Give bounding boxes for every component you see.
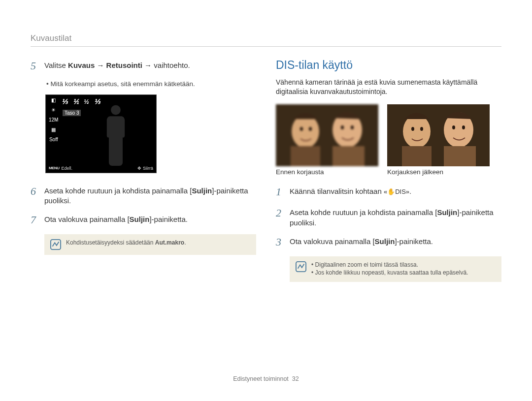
content-columns: 5 Valitse Kuvaus → Retusointi → vaihtoeh… (31, 59, 501, 282)
text: vaihtoehto. (154, 61, 190, 69)
fraction-icon: ⅓ (62, 98, 68, 105)
svg-point-2 (292, 115, 319, 148)
kw-suljin: Suljin (192, 186, 212, 195)
label-after: Korjauksen jälkeen (387, 168, 490, 176)
page-footer: Edistyneet toiminnot 32 (0, 375, 532, 382)
left-column: 5 Valitse Kuvaus → Retusointi → vaihtoeh… (31, 59, 256, 282)
kw-suljin: Suljin (375, 237, 395, 246)
note-box-left: Kohdistusetäisyydeksi säädetään Aut.makr… (44, 234, 256, 255)
lcd-left-icons: ◧ ☀ 12M ▦ Soff (49, 97, 58, 142)
svg-point-18 (462, 125, 465, 129)
step-3: 3 Ota valokuva painamalla [Suljin]-paini… (276, 235, 501, 249)
step-2: 2 Aseta kohde ruutuun ja kohdista painam… (276, 206, 501, 228)
svg-point-15 (411, 127, 414, 131)
text: ]-painiketta. (395, 237, 433, 246)
step-body: Ota valokuva painamalla [Suljin]-painike… (290, 235, 501, 249)
section-intro: Vähennä kameran tärinää ja estä kuvia su… (276, 78, 501, 96)
arrow-icon: → (95, 61, 106, 69)
step-number: 6 (31, 184, 38, 206)
text: Ota valokuva painamalla [ (44, 215, 130, 223)
svg-point-6 (300, 127, 303, 131)
step-number: 5 (31, 59, 38, 73)
footer-page: 32 (292, 375, 299, 382)
footer-section: Edistyneet toiminnot (233, 375, 289, 382)
text: . (184, 239, 186, 246)
step-body: Käännä tilanvalitsin kohtaan «✋DIS». (290, 185, 501, 199)
svg-point-8 (341, 125, 344, 129)
text: Kohdistusetäisyydeksi säädetään (66, 239, 155, 246)
svg-point-7 (309, 127, 312, 131)
kw-suljin: Suljin (437, 208, 457, 216)
step-body: Ota valokuva painamalla [Suljin]-painike… (44, 213, 256, 227)
note-icon (50, 239, 61, 250)
label-before: Ennen korjausta (276, 168, 378, 176)
step-7: 7 Ota valokuva painamalla [Suljin]-paini… (31, 213, 256, 227)
lcd-icon: Soff (49, 137, 58, 142)
note-item: Jos kohde liikkuu nopeasti, kuvasta saat… (311, 269, 468, 276)
menu-label: MENU (49, 166, 60, 170)
lcd-level-label: Taso 3 (63, 110, 81, 116)
right-column: DIS-tilan käyttö Vähennä kameran tärinää… (276, 59, 501, 282)
photo-before (276, 104, 378, 166)
kw-retusointi: Retusointi (106, 61, 142, 69)
lcd-top-fractions: ⅓ ⅟₁ ½ ⅓ (62, 98, 100, 105)
step-6: 6 Aseta kohde ruutuun ja kohdista painam… (31, 184, 256, 206)
lcd-icon: ◧ (51, 97, 56, 103)
kw-suljin: Suljin (130, 215, 150, 223)
lcd-icon: ▦ (51, 127, 56, 132)
note-box-right: Digitaalinen zoom ei toimi tässä tilassa… (290, 256, 501, 282)
text: ]-painiketta. (149, 215, 188, 223)
svg-rect-5 (332, 146, 365, 166)
svg-rect-14 (444, 146, 476, 166)
svg-point-9 (351, 125, 354, 129)
note-text: Kohdistusetäisyydeksi säädetään Aut.makr… (66, 239, 186, 246)
text: Valitse (44, 61, 68, 69)
photo-labels: Ennen korjausta Korjauksen jälkeen (276, 168, 501, 176)
page-header: Kuvaustilat (31, 33, 501, 47)
svg-point-17 (452, 125, 455, 129)
note-item: Digitaalinen zoom ei toimi tässä tilassa… (311, 261, 468, 268)
back-label: Edell. (62, 166, 73, 171)
step-body: Aseta kohde ruutuun ja kohdista painamal… (290, 206, 501, 228)
step-5: 5 Valitse Kuvaus → Retusointi → vaihtoeh… (31, 59, 256, 73)
lcd-bottom-bar: MENU Edell. ✥ Siirrä (49, 166, 153, 171)
fraction-icon: ½ (84, 98, 89, 105)
fraction-icon: ⅓ (94, 98, 100, 105)
photo-after (387, 104, 490, 166)
move-label: Siirrä (143, 166, 153, 171)
svg-point-11 (403, 115, 431, 148)
step-number: 1 (276, 185, 284, 199)
text: Aseta kohde ruutuun ja kohdista painamal… (44, 186, 192, 195)
text: Käännä tilanvalitsin kohtaan (290, 187, 384, 195)
step-number: 2 (276, 206, 284, 228)
step-body: Aseta kohde ruutuun ja kohdista painamal… (44, 184, 256, 206)
kw-kuvaus: Kuvaus (68, 61, 95, 69)
step-1: 1 Käännä tilanvalitsin kohtaan «✋DIS». (276, 185, 501, 199)
step-number: 3 (276, 235, 284, 249)
section-heading: DIS-tilan käyttö (276, 59, 501, 72)
svg-point-16 (420, 127, 423, 131)
lcd-icon: 12M (49, 117, 58, 123)
note-bullets: Digitaalinen zoom ei toimi tässä tilassa… (311, 261, 468, 277)
move-icon: ✥ (137, 166, 141, 171)
lcd-preview: ◧ ☀ 12M ▦ Soff ⅓ ⅟₁ ½ ⅓ Taso 3 MENU Edel… (45, 94, 157, 173)
text: Ota valokuva painamalla [ (290, 237, 375, 246)
kw-autmakro: Aut.makro (155, 239, 184, 246)
fraction-icon: ⅟₁ (73, 98, 79, 105)
step-5-sub-bullet: Mitä korkeampi asetus, sitä enemmän kätk… (46, 80, 256, 88)
photo-row (276, 104, 501, 166)
note-icon (296, 261, 306, 272)
dis-mode-icon: «✋DIS» (384, 187, 409, 196)
svg-rect-13 (402, 146, 432, 166)
svg-rect-4 (291, 146, 320, 166)
text: . (409, 187, 411, 195)
silhouette-icon (101, 104, 131, 166)
arrow-icon: → (142, 61, 154, 69)
step-number: 7 (31, 213, 38, 227)
step-body: Valitse Kuvaus → Retusointi → vaihtoehto… (44, 59, 256, 73)
text: Aseta kohde ruutuun ja kohdista painamal… (290, 208, 437, 216)
lcd-icon: ☀ (51, 107, 56, 113)
